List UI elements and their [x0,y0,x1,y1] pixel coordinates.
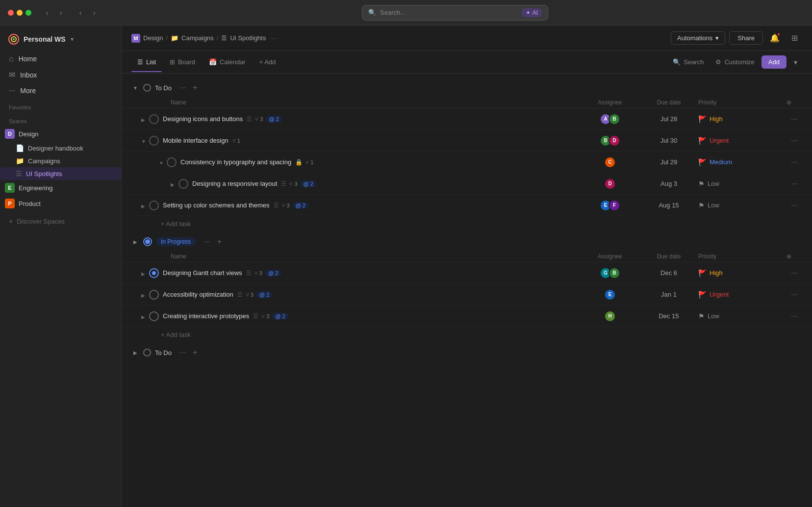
automations-button[interactable]: Automations ▾ [671,31,725,45]
task-meta: ☰ ⑂ 3 @ 2 [274,202,308,209]
sidebar-item-more[interactable]: ··· More [4,83,117,99]
share-button[interactable]: Share [729,31,763,45]
group-add-btn[interactable]: + [191,82,199,93]
collapse-btn-in-progress[interactable]: ▶ [131,238,139,246]
board-tab-icon: ⊞ [170,58,175,66]
tab-list[interactable]: ☰ List [131,55,162,69]
task-more-btn[interactable]: ··· [787,158,802,167]
sub-item-label: UI Spotlights [26,170,62,177]
minimize-button[interactable] [17,10,23,16]
row-expand[interactable]: ▶ [141,201,149,210]
breadcrumb-campaigns[interactable]: 📁 Campaigns [171,34,214,42]
task-checkbox[interactable] [149,311,159,321]
task-assignees: E F [581,200,639,211]
task-more-btn[interactable]: ··· [787,269,802,278]
row-expand[interactable]: ▶ [141,290,149,299]
sidebar-item-campaigns[interactable]: 📁 Campaigns [0,154,121,167]
sidebar-item-designer-handbook[interactable]: 📄 Designer handbook [0,142,121,154]
row-expand[interactable]: ▶ [141,312,149,321]
table-row[interactable]: ▶ Creating interactive prototypes ☰ ⑂ 3 … [122,305,812,327]
sidebar-item-home[interactable]: ⌂ Home [4,51,117,67]
breadcrumb-more-icon[interactable]: ··· [271,34,276,42]
task-assignees: B D [581,135,639,147]
customize-button[interactable]: ⚙ Customize [710,56,759,68]
tab-add[interactable]: + Add [254,55,282,69]
task-more-btn[interactable]: ··· [787,290,802,299]
comment-count: @ 2 [265,270,281,277]
maximize-button[interactable] [25,10,31,16]
row-expand[interactable]: ▶ [141,115,149,124]
forward-arrow2[interactable]: › [88,7,100,19]
sidebar-item-ui-spotlights[interactable]: ☰ UI Spotlights [0,167,121,180]
table-row[interactable]: ▶ Designing Gantt chart views ☰ ⑂ 3 @ [122,262,812,284]
task-more-btn[interactable]: ··· [787,136,802,145]
col-add-btn[interactable]: ⊕ [787,253,802,260]
breadcrumb-ui-spotlights[interactable]: ☰ Ui Spotlights [221,34,266,42]
space-item-product[interactable]: P Product [0,196,121,211]
search-button[interactable]: 🔍 Search [668,56,709,68]
add-dropdown-button[interactable]: ▾ [788,55,802,69]
ai-badge[interactable]: ✦ AI [522,8,542,17]
table-row[interactable]: ▼ Consistency in typography and spacing … [122,152,812,173]
back-arrow[interactable]: ‹ [41,7,53,19]
notifications-button[interactable]: 🔔 [767,30,783,46]
tab-calendar[interactable]: 📅 Calendar [203,55,252,69]
forward-arrow[interactable]: › [55,7,67,19]
avatar-group: E [604,289,616,301]
search-icon: 🔍 [673,58,681,66]
group-header-in-progress[interactable]: ▶ In Progress ··· + [122,231,812,251]
search-placeholder: Search... [380,9,406,16]
workspace-header[interactable]: Personal WS ▾ [0,29,121,51]
back-arrow2[interactable]: ‹ [75,7,86,19]
table-row[interactable]: ▶ Designing a responsive layout ☰ ⑂ 3 @ … [122,173,812,195]
task-more-btn[interactable]: ··· [787,179,802,188]
table-row[interactable]: ▶ Setting up color schemes and themes ☰ … [122,195,812,216]
close-button[interactable] [8,10,14,16]
task-checkbox[interactable] [178,179,188,189]
add-task-in-progress-btn[interactable]: + Add task [122,327,812,342]
priority-label: High [710,269,723,277]
sidebar-item-label: More [20,87,36,95]
row-expand[interactable]: ▼ [159,158,167,167]
col-priority-label: Priority [698,99,787,106]
global-search-bar[interactable]: 🔍 Search... ✦ AI [362,5,548,21]
group-add-btn[interactable]: + [215,236,224,247]
group-header-todo[interactable]: ▼ To Do ··· + [122,77,812,97]
task-checkbox[interactable] [149,201,159,210]
row-expand[interactable]: ▼ [141,136,149,145]
task-checkbox[interactable] [149,114,159,124]
task-checkbox[interactable] [149,290,159,300]
layout-button[interactable]: ⊞ [787,30,802,46]
group-more-btn[interactable]: ··· [202,236,212,247]
table-row[interactable]: ▶ Accessibility optimization ☰ ⑂ 3 @ 2 [122,284,812,305]
task-checkbox[interactable] [149,268,159,278]
task-more-btn[interactable]: ··· [787,115,802,124]
task-more-btn[interactable]: ··· [787,201,802,210]
task-more-btn[interactable]: ··· [787,312,802,321]
group-more-btn[interactable]: ··· [178,347,188,358]
discover-spaces-btn[interactable]: + Discover Spaces [0,213,121,229]
list-icon: ☰ [221,34,227,42]
table-row[interactable]: ▼ Mobile interface design ⑂ 1 B D [122,130,812,152]
add-task-todo-btn[interactable]: + Add task [122,216,812,231]
group-more-btn[interactable]: ··· [178,82,188,93]
collapse-btn-todo2[interactable]: ▶ [131,349,139,356]
space-item-engineering[interactable]: E Engineering [0,180,121,196]
table-row[interactable]: ▶ Designing icons and buttons ☰ ⑂ 3 @ 2 [122,108,812,130]
group-add-btn[interactable]: + [191,347,199,358]
task-checkbox[interactable] [149,136,159,146]
row-expand[interactable]: ▶ [141,269,149,278]
priority-label: Low [708,180,719,187]
row-expand[interactable]: ▶ [171,179,178,188]
space-design[interactable]: D Design 📄 Designer handbook 📁 Campaigns… [0,126,121,180]
add-button[interactable]: Add [761,55,787,69]
tab-board[interactable]: ⊞ Board [164,55,201,69]
collapse-btn-todo[interactable]: ▼ [131,84,139,92]
group-header-todo2[interactable]: ▶ To Do ··· + [122,342,812,362]
space-item-design[interactable]: D Design [0,126,121,142]
sidebar-item-inbox[interactable]: ✉ Inbox [4,67,117,83]
task-checkbox[interactable] [167,157,177,167]
breadcrumb-design[interactable]: M Design [131,34,163,43]
col-add-btn[interactable]: ⊕ [787,99,802,106]
priority-label: High [710,115,723,123]
